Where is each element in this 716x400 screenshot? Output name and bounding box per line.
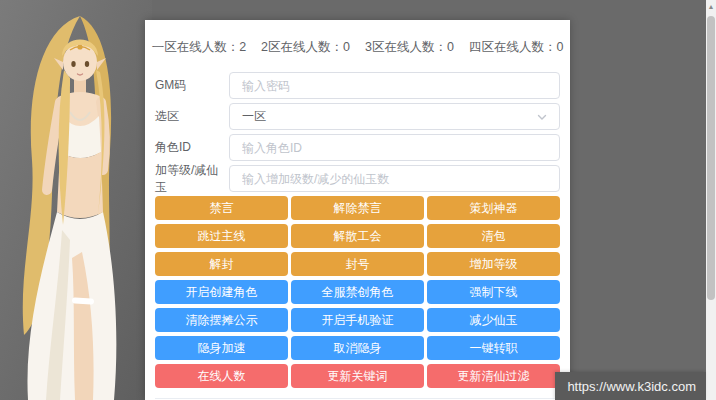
online-stats: 一区在线人数：2 2区在线人数：0 3区在线人数：0 四区在线人数：0 [155, 38, 560, 56]
button-row-3: 解封 封号 增加等级 [155, 252, 560, 276]
gm-code-label: GM码 [155, 77, 229, 94]
btn-stealth-speedup[interactable]: 隐身加速 [155, 336, 288, 360]
page-background: 一区在线人数：2 2区在线人数：0 3区在线人数：0 四区在线人数：0 GM码 … [0, 0, 716, 400]
stat-zone-1: 一区在线人数：2 [152, 38, 246, 56]
btn-clear-stall-notice[interactable]: 清除摆摊公示 [155, 308, 288, 332]
stat-zone-2: 2区在线人数：0 [261, 38, 350, 56]
button-row-6: 隐身加速 取消隐身 一键转职 [155, 336, 560, 360]
level-jade-label: 加等级/减仙玉 [155, 162, 229, 196]
level-jade-input[interactable] [229, 165, 560, 192]
zone-select-value: 一区 [242, 108, 266, 125]
role-id-input[interactable] [229, 134, 560, 161]
btn-enable-create-role[interactable]: 开启创建角色 [155, 280, 288, 304]
form-row-gm-code: GM码 [155, 72, 560, 99]
btn-cancel-stealth[interactable]: 取消隐身 [291, 336, 424, 360]
scrollbar-thumb[interactable] [707, 16, 715, 300]
btn-enable-phone-verify[interactable]: 开启手机验证 [291, 308, 424, 332]
btn-update-keywords[interactable]: 更新关键词 [291, 364, 424, 388]
character-artwork [0, 0, 152, 400]
zone-select[interactable]: 一区 [229, 103, 560, 130]
btn-mute[interactable]: 禁言 [155, 196, 288, 220]
role-id-label: 角色ID [155, 139, 229, 156]
btn-block-create-role-all[interactable]: 全服禁创角色 [291, 280, 424, 304]
status-url: https://www.k3idc.com [567, 379, 696, 394]
stat-zone-4: 四区在线人数：0 [469, 38, 563, 56]
btn-add-level[interactable]: 增加等级 [427, 252, 560, 276]
form-row-level-jade: 加等级/减仙玉 [155, 165, 560, 192]
form-row-zone: 选区 一区 [155, 103, 560, 130]
button-row-2: 跳过主线 解散工会 清包 [155, 224, 560, 248]
button-row-7: 在线人数 更新关键词 更新清仙过滤 [155, 364, 560, 388]
btn-disband-guild[interactable]: 解散工会 [291, 224, 424, 248]
gm-panel: 一区在线人数：2 2区在线人数：0 3区在线人数：0 四区在线人数：0 GM码 … [145, 20, 570, 400]
gm-code-input[interactable] [229, 72, 560, 99]
zone-label: 选区 [155, 108, 229, 125]
btn-clear-bag[interactable]: 清包 [427, 224, 560, 248]
stat-zone-3: 3区在线人数：0 [365, 38, 454, 56]
form-row-role-id: 角色ID [155, 134, 560, 161]
btn-online-count[interactable]: 在线人数 [155, 364, 288, 388]
btn-unban[interactable]: 解封 [155, 252, 288, 276]
gm-form: GM码 选区 一区 角色ID 加等级/减仙玉 [155, 72, 560, 192]
scrollbar[interactable]: ▲ [706, 0, 716, 400]
button-row-4: 开启创建角色 全服禁创角色 强制下线 [155, 280, 560, 304]
btn-update-filter[interactable]: 更新清仙过滤 [427, 364, 560, 388]
btn-ban-account[interactable]: 封号 [291, 252, 424, 276]
btn-planner-artifact[interactable]: 策划神器 [427, 196, 560, 220]
btn-reduce-jade[interactable]: 减少仙玉 [427, 308, 560, 332]
chevron-down-icon [537, 112, 547, 122]
button-row-5: 清除摆摊公示 开启手机验证 减少仙玉 [155, 308, 560, 332]
button-grid: 禁言 解除禁言 策划神器 跳过主线 解散工会 清包 解封 封号 增加等级 开启创… [155, 196, 560, 388]
btn-force-offline[interactable]: 强制下线 [427, 280, 560, 304]
character-image [0, 0, 152, 400]
link-status-bar: https://www.k3idc.com [555, 372, 706, 400]
btn-unmute[interactable]: 解除禁言 [291, 196, 424, 220]
divider [155, 398, 560, 399]
scroll-up-icon[interactable]: ▲ [706, 0, 716, 14]
btn-one-key-class-change[interactable]: 一键转职 [427, 336, 560, 360]
button-row-1: 禁言 解除禁言 策划神器 [155, 196, 560, 220]
btn-skip-mainline[interactable]: 跳过主线 [155, 224, 288, 248]
